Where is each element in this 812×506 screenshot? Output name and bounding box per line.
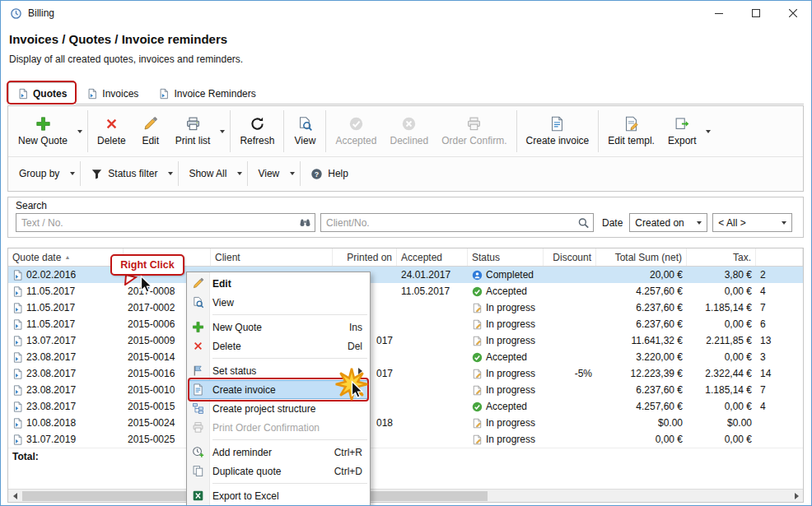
table-row-2015-0025[interactable]: 31.07.20192015-0025In progress0,00 €0,00…: [8, 431, 803, 448]
help-button[interactable]: ?Help: [303, 163, 356, 185]
cell-value: 6.237,60 €: [636, 302, 683, 313]
column-header-status[interactable]: Status: [468, 248, 544, 266]
create-invoice-button[interactable]: Create invoice: [520, 113, 596, 150]
column-header-printed-on[interactable]: Printed on: [333, 248, 397, 266]
view-button[interactable]: View: [250, 163, 287, 184]
tab-invoice-reminders[interactable]: Invoice Reminders: [149, 83, 264, 104]
column-header-tax[interactable]: Tax.: [687, 248, 756, 266]
cell-status: In progress: [468, 332, 544, 349]
window-title: Billing: [28, 7, 54, 19]
column-header-quote-date[interactable]: Quote date▲: [8, 248, 124, 266]
cell-value: Accepted: [486, 285, 527, 297]
toolbar-separator: [178, 161, 179, 186]
scroll-right-button[interactable]: [790, 490, 803, 502]
status-inprogress-icon: [472, 385, 483, 396]
cell-value: Accepted: [486, 401, 527, 412]
group-by-dropdown[interactable]: [67, 163, 77, 184]
button-label: Show All: [189, 168, 226, 179]
column-header-client[interactable]: Client: [211, 248, 333, 266]
column-header-accepted[interactable]: Accepted: [397, 248, 468, 266]
menu-item-export-to-excel[interactable]: Export to Excel: [187, 486, 370, 505]
print-list-dropdown[interactable]: [217, 108, 227, 155]
horizontal-scrollbar[interactable]: [8, 489, 803, 502]
menu-item-label: Add reminder: [212, 447, 327, 458]
tab-quotes[interactable]: Quotes: [8, 82, 76, 104]
cell-value: 2.211,85 €: [706, 335, 752, 346]
search-text-input[interactable]: [16, 213, 315, 232]
new-quote-button[interactable]: New Quote: [12, 113, 74, 150]
minimize-button[interactable]: [700, 1, 737, 26]
cell-status: Accepted: [468, 283, 544, 299]
button-label: New Quote: [18, 135, 68, 146]
cell-value: In progress: [486, 318, 535, 330]
cell-value: 2.322,44 €: [705, 368, 752, 379]
show-all-dropdown[interactable]: [234, 163, 245, 184]
table-row-2015-0014[interactable]: 23.08.20172015-0014Accepted3.220,00 €0,0…: [8, 349, 803, 365]
new-quote-dropdown[interactable]: [74, 108, 85, 155]
print-list-button[interactable]: Print list: [169, 113, 217, 150]
cell-value: 3.220,00 €: [636, 351, 683, 363]
delete-button[interactable]: Delete: [91, 113, 133, 150]
cell-date: 11.05.2017: [8, 283, 124, 299]
column-header-total-sum-net[interactable]: Total Sum (net): [596, 248, 687, 266]
tab-invoices[interactable]: Invoices: [77, 83, 147, 104]
chevron-down-icon: [782, 221, 786, 225]
view-button[interactable]: View: [287, 113, 323, 150]
export-button[interactable]: Export: [661, 113, 703, 150]
edit-button[interactable]: Edit: [133, 113, 169, 150]
cell-accepted: [397, 349, 468, 365]
cell-tax: 0,00 €: [687, 283, 756, 299]
table-row-2015-0015[interactable]: 23.08.20172015-0015Accepted4.257,60 €0,0…: [8, 398, 803, 415]
table-row-2015-0006[interactable]: 11.05.20172015-0006In progress6.237,60 €…: [8, 316, 803, 332]
cell-value: 23.08.2017: [26, 368, 76, 379]
edit-templ-button[interactable]: Edit templ.: [601, 113, 661, 150]
maximize-button[interactable]: [737, 1, 774, 26]
menu-item-add-reminder[interactable]: Add reminderCtrl+R: [187, 443, 370, 462]
toolbar-group: Edit: [133, 108, 169, 155]
plus-green-icon: [35, 116, 51, 132]
status-filter-button[interactable]: Status filter: [83, 163, 165, 185]
date-field-select[interactable]: Created on: [629, 213, 707, 232]
cell-discount: [544, 382, 596, 398]
toolbar-row-2: Group byStatus filterShow AllView?Help: [8, 157, 803, 190]
menu-item-delete[interactable]: DeleteDel: [187, 337, 370, 355]
column-header-label: Printed on: [347, 252, 392, 263]
menu-item-label: View: [212, 297, 362, 309]
close-button[interactable]: [774, 1, 811, 26]
status-filter-dropdown[interactable]: [165, 163, 175, 185]
table-row-2017-0008[interactable]: 11.05.20172017-000811.05.2017Accepted4.2…: [8, 283, 803, 299]
cell-value: 2015-0015: [128, 401, 175, 412]
table-row-2015-0024[interactable]: 10.08.20182015-0024018In progress$0.00$0…: [8, 415, 803, 431]
column-header-col-9[interactable]: [756, 248, 803, 266]
table-row-2015-0016[interactable]: 23.08.20172015-0016017In progress-5%12.2…: [8, 365, 803, 382]
show-all-button[interactable]: Show All: [181, 163, 234, 184]
status-inprogress-icon: [472, 369, 483, 379]
refresh-button[interactable]: Refresh: [233, 113, 281, 150]
order-confirm-button: Order Confirm.: [435, 113, 513, 150]
date-range-select[interactable]: < All >: [712, 213, 792, 232]
table-row-2015-0010[interactable]: 23.08.20172015-0010In progress6.237,60 €…: [8, 382, 803, 398]
menu-item-edit[interactable]: Edit: [187, 274, 370, 293]
menu-item-create-project-structure[interactable]: Create project structure: [187, 399, 370, 418]
cell-status: In progress: [468, 316, 544, 332]
menu-item-new-quote[interactable]: New QuoteIns: [187, 318, 370, 337]
table-row-2017-0002[interactable]: 11.05.20172017-0002In progress6.237,60 €…: [8, 299, 803, 316]
binoculars-icon[interactable]: [299, 216, 311, 229]
column-header-discount[interactable]: Discount: [544, 248, 596, 266]
x-red-icon: [192, 340, 204, 352]
view-dropdown[interactable]: [287, 163, 297, 184]
menu-icon-slot: [191, 421, 205, 434]
scroll-left-button[interactable]: [8, 490, 21, 502]
button-label: Edit: [142, 135, 159, 146]
table-row-2015-0009[interactable]: 13.07.20172015-0009017In progress11.641,…: [8, 332, 803, 349]
menu-item-view[interactable]: View: [187, 293, 370, 312]
export-dropdown[interactable]: [703, 108, 714, 155]
group-by-button[interactable]: Group by: [12, 163, 67, 184]
menu-separator: [212, 483, 367, 484]
right-click-callout: Right Click: [110, 254, 184, 276]
magnifier-icon[interactable]: [577, 216, 590, 229]
search-client-input[interactable]: [320, 213, 594, 232]
cell-empty: [397, 448, 468, 465]
menu-item-duplicate-quote[interactable]: Duplicate quoteCtrl+D: [187, 462, 370, 480]
column-header-label: Quote date: [12, 252, 61, 263]
